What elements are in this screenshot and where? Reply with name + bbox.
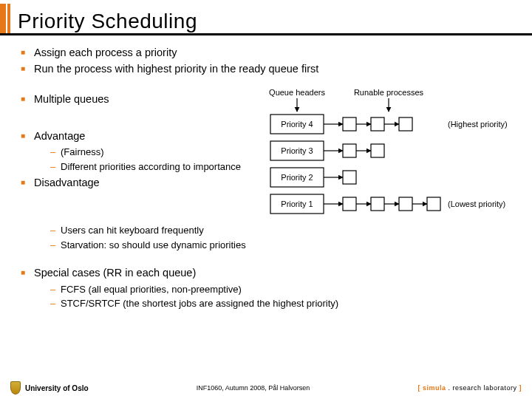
bullet-disadvantage-label: Disadvantage: [34, 177, 100, 188]
sub-different-priorities: Different priorities according to import…: [50, 160, 242, 174]
footer-lab: [ simula . research laboratory ]: [417, 384, 522, 392]
footer-course-info: INF1060, Autumn 2008, Pål Halvorsen: [197, 384, 310, 392]
diagram-highest: (Highest priority): [448, 120, 508, 129]
slide-title: Priority Scheduling: [18, 10, 197, 33]
svg-rect-13: [371, 144, 384, 157]
sub-keyboard: Users can hit keyboard frequently: [50, 224, 511, 237]
left-column: Multiple queues Advantage (Fairness) Dif…: [21, 86, 242, 201]
footer-research-lab: research laboratory: [452, 384, 516, 392]
title-accent-bar-thin: [7, 4, 10, 33]
diagram-lowest: (Lowest priority): [448, 200, 505, 208]
title-bar: Priority Scheduling: [0, 0, 532, 35]
diagram-p3: Priority 3: [281, 146, 313, 155]
svg-rect-21: [371, 197, 384, 211]
footer-university: University of Oslo: [25, 384, 89, 392]
bullet-advantage-label: Advantage: [34, 130, 85, 142]
svg-rect-4: [343, 117, 356, 131]
bullet-multiple-queues: Multiple queues: [21, 92, 242, 107]
uio-crest-icon: [10, 381, 21, 395]
svg-rect-16: [343, 171, 356, 184]
bullet-special-cases: Special cases (RR in each queue) FCFS (a…: [21, 266, 511, 310]
title-accent-bar: [0, 4, 6, 33]
bullet-assign: Assign each process a priority: [21, 46, 511, 61]
footer-bracket-close: ]: [517, 384, 522, 392]
diagram-p1: Priority 1: [281, 200, 313, 208]
bullet-special-cases-label: Special cases (RR in each queue): [34, 267, 196, 279]
sub-starvation: Starvation: so should use dynamic priori…: [50, 239, 511, 252]
sub-fairness: (Fairness): [50, 146, 242, 159]
priority-queue-diagram: .lbl { font: 11px Verdana, sans-serif; }…: [256, 86, 522, 227]
bullet-advantage: Advantage (Fairness) Different prioritie…: [21, 129, 242, 174]
svg-rect-6: [371, 117, 384, 131]
diagram-p4: Priority 4: [281, 120, 313, 129]
svg-rect-11: [343, 144, 356, 157]
svg-rect-19: [343, 197, 356, 211]
bullet-disadvantage: Disadvantage: [21, 176, 242, 191]
footer-simula: simula: [423, 384, 446, 392]
slide-footer: University of Oslo INF1060, Autumn 2008,…: [0, 381, 532, 395]
diagram-label-headers: Queue headers: [269, 88, 325, 97]
slide-content: Assign each process a priority Run the p…: [0, 35, 532, 310]
footer-left: University of Oslo: [10, 381, 89, 395]
bullet-group-intro: Assign each process a priority Run the p…: [21, 46, 511, 76]
diagram-label-runable: Runable processes: [354, 88, 424, 97]
svg-rect-8: [399, 117, 412, 131]
sub-fcfs: FCFS (all equal priorities, non-preempti…: [50, 283, 511, 296]
svg-rect-23: [399, 197, 412, 211]
sub-stcf: STCF/SRTCF (the shortest jobs are assign…: [50, 297, 511, 310]
bullet-run-highest: Run the process with highest priority in…: [21, 62, 511, 77]
diagram-p2: Priority 2: [281, 173, 313, 182]
svg-rect-25: [427, 197, 440, 211]
